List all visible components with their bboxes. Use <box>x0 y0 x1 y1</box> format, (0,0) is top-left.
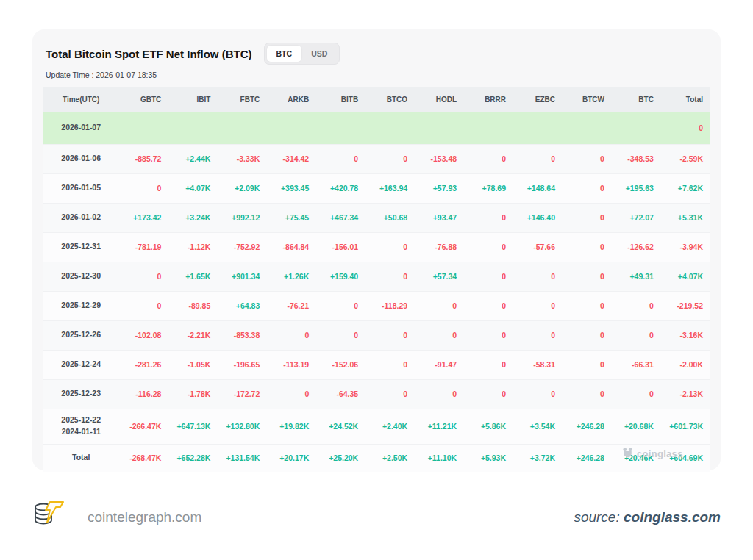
cell-value: -3.94K <box>661 232 710 262</box>
column-header-btcw: BTCW <box>563 87 612 112</box>
cell-value: +64.83 <box>218 291 267 320</box>
page: Total Bitcoin Spot ETF Net Inflow (BTC) … <box>0 0 753 560</box>
cell-value: +25.20K <box>316 444 365 472</box>
table-total-row: Total-268.47K+652.28K+131.54K+20.17K+25.… <box>43 444 710 472</box>
table-row: 2025-12-300+1.65K+901.34+1.26K+159.400+5… <box>43 262 710 291</box>
cell-value: -76.88 <box>415 232 464 262</box>
cell-value: 0 <box>612 320 661 350</box>
cell-value: 0 <box>119 291 168 320</box>
cell-value: +131.54K <box>218 444 267 472</box>
cell-value: 0 <box>464 232 513 262</box>
source-name-label: coinglass.com <box>624 509 721 525</box>
etf-inflow-table: Time(UTC)GBTCIBITFBTCARKBBITBBTCOHODLBRR… <box>43 87 710 472</box>
cell-value: 0 <box>563 232 612 262</box>
cell-value: +50.68 <box>365 203 415 232</box>
cell-value: 0 <box>661 112 710 144</box>
toggle-btc-button[interactable]: BTC <box>267 46 302 62</box>
row-date-label: 2025-12-222024-01-11 <box>43 409 119 444</box>
cell-value: +173.42 <box>119 203 168 232</box>
cell-value: 0 <box>464 291 513 320</box>
cell-value: 0 <box>513 144 563 173</box>
cell-value: -118.29 <box>365 291 415 320</box>
cell-value: -2.00K <box>661 350 710 379</box>
cell-value: +132.80K <box>218 409 267 444</box>
cell-value: - <box>119 112 168 144</box>
cell-value: -1.78K <box>168 379 218 409</box>
coinglass-watermark: coinglass <box>622 447 683 461</box>
widget-header: Total Bitcoin Spot ETF Net Inflow (BTC) … <box>43 43 710 65</box>
cell-value: 0 <box>119 262 168 291</box>
cell-value: - <box>365 112 415 144</box>
column-header-total: Total <box>661 87 710 112</box>
currency-toggle: BTC USD <box>264 43 340 65</box>
toggle-usd-button[interactable]: USD <box>301 46 337 62</box>
cell-value: -3.16K <box>661 320 710 350</box>
cell-value: -314.42 <box>267 144 316 173</box>
cell-value: -57.66 <box>513 232 563 262</box>
row-date-label: 2025-12-30 <box>43 262 119 291</box>
cell-value: 0 <box>415 379 464 409</box>
cell-value: -91.47 <box>415 350 464 379</box>
cell-value: +75.45 <box>267 203 316 232</box>
cell-value: 0 <box>612 291 661 320</box>
footer-brand-label: cointelegraph.com <box>88 509 201 525</box>
coinglass-watermark-label: coinglass <box>637 448 683 459</box>
cell-value: 0 <box>316 291 365 320</box>
cell-value: +2.44K <box>168 144 218 173</box>
cell-value: +467.34 <box>316 203 365 232</box>
row-date-label: 2025-12-26 <box>43 320 119 350</box>
cell-value: +2.50K <box>365 444 415 472</box>
cell-value: +652.28K <box>168 444 218 472</box>
cell-value: - <box>415 112 464 144</box>
cell-value: +1.26K <box>267 262 316 291</box>
cell-value: 0 <box>563 291 612 320</box>
cell-value: -196.65 <box>218 350 267 379</box>
cell-value: - <box>563 112 612 144</box>
cell-value: 0 <box>464 350 513 379</box>
cell-value: +246.28 <box>563 444 612 472</box>
table-row: 2026-01-050+4.07K+2.09K+393.45+420.78+16… <box>43 173 710 203</box>
cell-value: +159.40 <box>316 262 365 291</box>
cell-value: +4.07K <box>168 173 218 203</box>
cell-value: +72.07 <box>612 203 661 232</box>
column-header-btc: BTC <box>612 87 661 112</box>
cell-value: -219.52 <box>661 291 710 320</box>
cell-value: +420.78 <box>316 173 365 203</box>
table-row: 2025-12-23-116.28-1.78K-172.720-64.35000… <box>43 379 710 409</box>
cell-value: +195.63 <box>612 173 661 203</box>
cell-value: +7.62K <box>661 173 710 203</box>
cell-value: +3.72K <box>513 444 563 472</box>
cell-value: 0 <box>563 320 612 350</box>
cell-value: -1.05K <box>168 350 218 379</box>
cell-value: +246.28 <box>563 409 612 444</box>
cell-value: 0 <box>365 144 415 173</box>
cell-value: 0 <box>464 379 513 409</box>
cell-value: 0 <box>563 262 612 291</box>
cell-value: 0 <box>415 320 464 350</box>
column-header-ibit: IBIT <box>168 87 218 112</box>
cell-value: 0 <box>563 350 612 379</box>
cell-value: 0 <box>464 320 513 350</box>
etf-inflow-widget-card: Total Bitcoin Spot ETF Net Inflow (BTC) … <box>32 29 721 470</box>
update-time-label: Update Time : 2026-01-07 18:35 <box>43 71 710 79</box>
cell-value: 0 <box>513 379 563 409</box>
column-header-time: Time(UTC) <box>43 87 119 112</box>
column-header-fbtc: FBTC <box>218 87 267 112</box>
row-date-label: 2026-01-02 <box>43 203 119 232</box>
cell-value: +148.64 <box>513 173 563 203</box>
cell-value: -126.62 <box>612 232 661 262</box>
cell-value: 0 <box>563 144 612 173</box>
column-header-bitb: BITB <box>316 87 365 112</box>
cell-value: +20.68K <box>612 409 661 444</box>
column-header-hodl: HODL <box>415 87 464 112</box>
cell-value: +49.31 <box>612 262 661 291</box>
cell-value: 0 <box>563 379 612 409</box>
table-row: 2026-01-06-885.72+2.44K-3.33K-314.4200-1… <box>43 144 710 173</box>
cell-value: -64.35 <box>316 379 365 409</box>
row-date-label: 2026-01-06 <box>43 144 119 173</box>
row-date-label: 2026-01-07 <box>43 112 119 144</box>
cell-value: -281.26 <box>119 350 168 379</box>
table-row: 2025-12-290-89.85+64.83-76.210-118.29000… <box>43 291 710 320</box>
cell-value: +2.40K <box>365 409 415 444</box>
table-row: 2025-12-31-781.19-1.12K-752.92-864.84-15… <box>43 232 710 262</box>
